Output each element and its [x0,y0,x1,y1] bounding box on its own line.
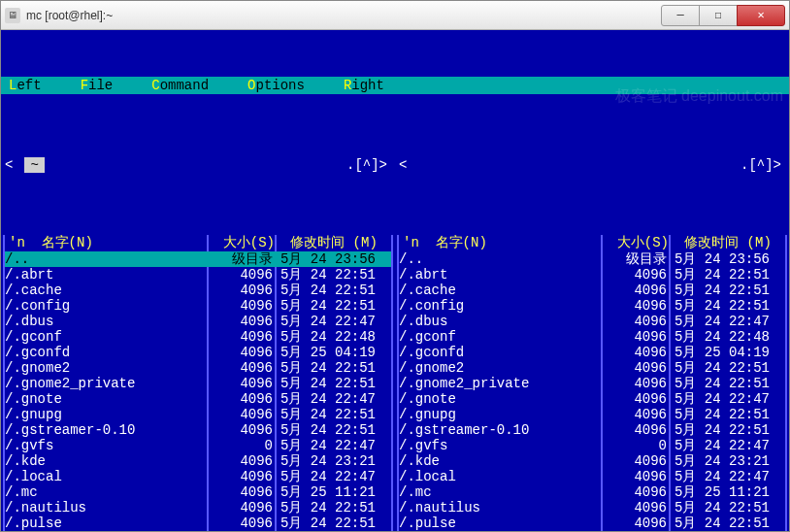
list-item[interactable]: /.local40965月 24 22:47 [399,469,785,484]
file-mtime: 5月 24 22:48 [275,329,391,345]
list-item[interactable]: /.gnome240965月 24 22:51 [5,360,391,376]
list-item[interactable]: /.gconfd40965月 25 04:19 [399,345,785,360]
menu-left[interactable]: Left [9,78,42,93]
file-size: 4096 [207,500,275,515]
right-path-tail: .[^]> [411,157,789,173]
list-item[interactable]: /.nautilus40965月 24 22:51 [5,500,391,515]
left-rows[interactable]: /..级目录5月 24 23:56/.abrt40965月 24 22:51/.… [5,251,391,531]
file-size: 0 [601,438,669,453]
panels: 'n 名字(N) 大小(S) 修改时间 (M) /..级目录5月 24 23:5… [1,235,789,531]
file-size: 4096 [601,298,669,314]
list-item[interactable]: /.local40965月 24 22:47 [5,469,391,484]
list-item[interactable]: /.cache40965月 24 22:51 [399,283,785,298]
col-size-header[interactable]: 大小(S) [207,235,275,251]
list-item[interactable]: /.cache40965月 24 22:51 [5,283,391,298]
list-item[interactable]: /.gnome240965月 24 22:51 [399,360,785,376]
list-item[interactable]: /.kde40965月 24 23:21 [399,453,785,469]
file-size: 4096 [207,360,275,376]
right-panel[interactable]: 'n 名字(N) 大小(S) 修改时间 (M) /..级目录5月 24 23:5… [397,235,787,531]
file-mtime: 5月 24 22:51 [669,267,785,283]
list-item[interactable]: /.abrt40965月 24 22:51 [5,267,391,283]
list-item[interactable]: /.gstreamer-0.1040965月 24 22:51 [399,422,785,438]
list-item[interactable]: /..级目录5月 24 23:56 [399,251,785,267]
file-size: 级目录 [207,251,275,267]
list-item[interactable]: /.abrt40965月 24 22:51 [399,267,785,283]
file-size: 4096 [207,484,275,500]
file-mtime: 5月 24 23:56 [669,251,785,267]
file-name: /.gconfd [399,345,601,360]
col-name-header[interactable]: 'n 名字(N) [5,235,207,251]
menu-command[interactable]: Command [151,78,209,93]
file-name: /.gnupg [399,407,601,422]
file-mtime: 5月 24 22:51 [669,283,785,298]
list-item[interactable]: /.dbus40965月 24 22:47 [399,314,785,329]
menu-file[interactable]: File [81,78,114,93]
file-size: 4096 [207,422,275,438]
list-item[interactable]: /.mc40965月 25 11:21 [399,484,785,500]
file-name: /.mc [5,484,207,500]
list-item[interactable]: /.gconfd40965月 25 04:19 [5,345,391,360]
list-item[interactable]: /.gvfs05月 24 22:47 [399,438,785,453]
list-item[interactable]: /.nautilus40965月 24 22:51 [399,500,785,515]
file-mtime: 5月 24 22:47 [275,314,391,329]
list-item[interactable]: /.gnupg40965月 24 22:51 [399,407,785,422]
file-name: /.. [5,251,207,267]
list-item[interactable]: /.config40965月 24 22:51 [399,298,785,314]
col-mtime-header[interactable]: 修改时间 (M) [275,235,391,251]
list-item[interactable]: /.gconf40965月 24 22:48 [5,329,391,345]
col-size-header[interactable]: 大小(S) [601,235,669,251]
file-size: 4096 [207,314,275,329]
list-item[interactable]: /.gnupg40965月 24 22:51 [5,407,391,422]
file-size: 4096 [207,376,275,391]
list-item[interactable]: /.pulse40965月 24 22:51 [5,515,391,531]
file-size: 4096 [601,267,669,283]
list-item[interactable]: /.gconf40965月 24 22:48 [399,329,785,345]
file-name: /.mc [399,484,601,500]
file-size: 4096 [601,391,669,407]
menu-options[interactable]: Options [247,78,305,93]
col-name-header[interactable]: 'n 名字(N) [399,235,601,251]
app-window: 🖥 mc [root@rhel]:~ — ☐ ✕ Left File Comma… [0,0,790,532]
list-item[interactable]: /.mc40965月 25 11:21 [5,484,391,500]
file-size: 4096 [601,515,669,531]
file-mtime: 5月 24 23:21 [669,453,785,469]
right-rows[interactable]: /..级目录5月 24 23:56/.abrt40965月 24 22:51/.… [399,251,785,531]
left-path: < ~ .[^]> [1,156,395,173]
list-item[interactable]: /.gnome2_private40965月 24 22:51 [399,376,785,391]
minimize-button[interactable]: — [661,5,700,26]
list-item[interactable]: /.gnote40965月 24 22:47 [5,391,391,407]
close-button[interactable]: ✕ [737,5,785,26]
file-name: /.abrt [399,267,601,283]
path-row: < ~ .[^]> < .[^]> [1,156,789,173]
putty-icon: 🖥 [5,8,20,23]
file-size: 4096 [207,267,275,283]
list-item[interactable]: /.gvfs05月 24 22:47 [5,438,391,453]
window-titlebar[interactable]: 🖥 mc [root@rhel]:~ — ☐ ✕ [1,1,789,30]
file-name: /.pulse [5,515,207,531]
file-name: /.gstreamer-0.10 [399,422,601,438]
file-mtime: 5月 24 22:51 [275,283,391,298]
file-name: /.gnupg [5,407,207,422]
file-mtime: 5月 24 22:51 [275,422,391,438]
file-mtime: 5月 24 22:51 [275,376,391,391]
file-size: 0 [207,438,275,453]
file-mtime: 5月 24 22:51 [669,376,785,391]
file-name: /.. [399,251,601,267]
list-item[interactable]: /.gstreamer-0.1040965月 24 22:51 [5,422,391,438]
mc-menubar[interactable]: Left File Command Options Right [1,77,789,94]
col-mtime-header[interactable]: 修改时间 (M) [669,235,785,251]
file-name: /.gnome2 [399,360,601,376]
file-mtime: 5月 24 22:47 [275,438,391,453]
maximize-button[interactable]: ☐ [699,5,738,26]
left-panel[interactable]: 'n 名字(N) 大小(S) 修改时间 (M) /..级目录5月 24 23:5… [3,235,393,531]
list-item[interactable]: /.config40965月 24 22:51 [5,298,391,314]
list-item[interactable]: /.gnote40965月 24 22:47 [399,391,785,407]
menu-right[interactable]: Right [344,78,384,93]
list-item[interactable]: /.kde40965月 24 23:21 [5,453,391,469]
list-item[interactable]: /.pulse40965月 24 22:51 [399,515,785,531]
list-item[interactable]: /.dbus40965月 24 22:47 [5,314,391,329]
list-item[interactable]: /..级目录5月 24 23:56 [5,251,391,267]
file-name: /.gconf [5,329,207,345]
list-item[interactable]: /.gnome2_private40965月 24 22:51 [5,376,391,391]
file-name: /.kde [399,453,601,469]
